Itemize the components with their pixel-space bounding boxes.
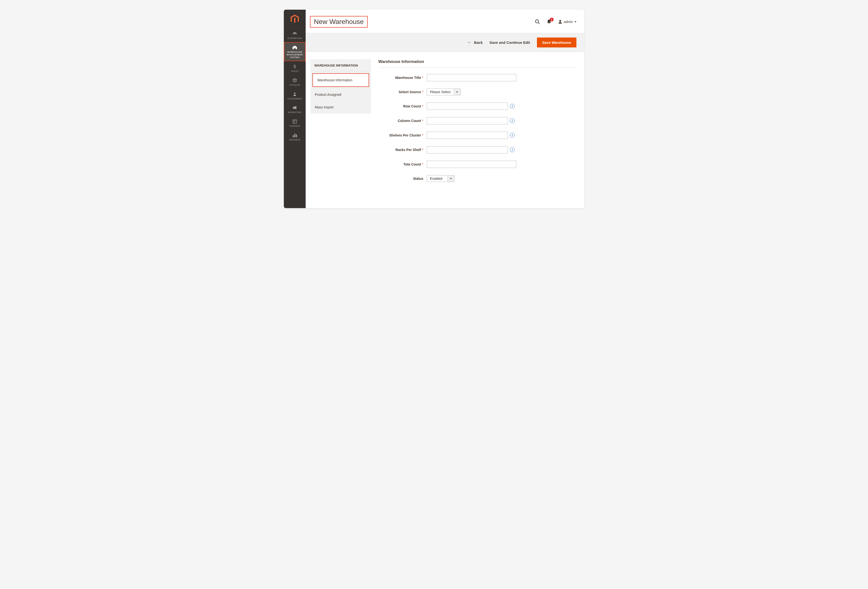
status-value: Enabled <box>427 175 447 182</box>
svg-rect-3 <box>293 120 297 124</box>
megaphone-icon <box>292 105 297 110</box>
nav-label: CUSTOMERS <box>288 97 302 100</box>
chevron-down-icon <box>447 175 454 182</box>
bar-chart-icon <box>292 133 297 138</box>
section-title: Warehouse Information <box>378 59 576 68</box>
info-icon[interactable]: i <box>510 118 515 123</box>
page-title: New Warehouse <box>310 16 368 28</box>
warehouse-title-label: Warehouse Title* <box>378 76 427 80</box>
shelves-per-cluster-label: Shelves Per Cluster* <box>378 133 427 137</box>
tote-count-label: Tote Count* <box>378 162 427 166</box>
select-source-label: Select Source* <box>378 90 427 94</box>
select-source-dropdown[interactable]: Please Select <box>427 88 461 95</box>
magento-logo[interactable] <box>287 13 302 27</box>
nav-label: WAREHOUSE MANAGEMENT SYSTEM <box>285 51 305 59</box>
person-icon <box>292 92 297 97</box>
svg-point-9 <box>536 20 539 23</box>
svg-point-2 <box>294 93 295 94</box>
search-icon <box>535 19 540 24</box>
column-count-input[interactable] <box>427 117 508 124</box>
admin-sidebar: DASHBOARD WAREHOUSE MANAGEMENT SYSTEM $ … <box>284 10 306 208</box>
warehouse-icon <box>292 45 297 50</box>
side-tabs: WAREHOUSE INFORMATION Warehouse Informat… <box>310 59 371 113</box>
gauge-icon <box>292 31 297 36</box>
notification-badge: 1 <box>550 18 554 22</box>
tote-count-input[interactable] <box>427 161 516 168</box>
chevron-down-icon <box>454 89 461 95</box>
field-select-source: Select Source* Please Select <box>378 88 576 95</box>
svg-line-10 <box>538 22 540 24</box>
back-button[interactable]: ← Back <box>467 40 483 45</box>
user-menu[interactable]: admin <box>558 20 576 24</box>
info-icon[interactable]: i <box>510 104 515 109</box>
warehouse-title-input[interactable] <box>427 74 516 81</box>
nav-label: MARKETING <box>288 111 301 114</box>
action-bar: ← Back Save and Continue Edit Save Wareh… <box>306 33 584 52</box>
side-tabs-header: WAREHOUSE INFORMATION <box>310 59 371 72</box>
save-warehouse-button[interactable]: Save Warehouse <box>537 37 577 47</box>
racks-per-shelf-input[interactable] <box>427 146 508 153</box>
nav-label: REPORTS <box>289 138 300 141</box>
row-count-input[interactable] <box>427 103 508 110</box>
field-column-count: Column Count* i <box>378 117 576 124</box>
info-icon[interactable]: i <box>510 147 515 152</box>
nav-label: CATALOG <box>289 84 300 86</box>
status-label: Status <box>378 177 427 181</box>
shelves-per-cluster-input[interactable] <box>427 132 508 139</box>
search-button[interactable] <box>535 19 540 24</box>
header-actions: 1 admin <box>535 19 576 24</box>
page-header: New Warehouse 1 admin <box>306 10 584 33</box>
info-icon[interactable]: i <box>510 133 515 138</box>
field-warehouse-title: Warehouse Title* <box>378 74 576 81</box>
select-source-value: Please Select <box>427 89 454 95</box>
save-continue-button[interactable]: Save and Continue Edit <box>489 40 530 44</box>
svg-rect-0 <box>294 48 295 49</box>
tab-warehouse-information[interactable]: Warehouse Information <box>312 73 369 87</box>
back-label: Back <box>474 40 483 44</box>
svg-point-11 <box>559 20 561 22</box>
field-racks-per-shelf: Racks Per Shelf* i <box>378 146 576 153</box>
column-count-label: Column Count* <box>378 119 427 123</box>
svg-rect-8 <box>296 134 297 137</box>
app-window: DASHBOARD WAREHOUSE MANAGEMENT SYSTEM $ … <box>284 10 584 208</box>
racks-per-shelf-label: Racks Per Shelf* <box>378 148 427 152</box>
nav-content[interactable]: CONTENT <box>284 116 306 130</box>
content: WAREHOUSE INFORMATION Warehouse Informat… <box>306 52 584 199</box>
layout-icon <box>292 119 297 124</box>
field-status: Status Enabled <box>378 175 576 182</box>
user-label: admin <box>564 20 573 24</box>
main-area: New Warehouse 1 admin ← Back <box>306 10 584 208</box>
nav-warehouse-management-system[interactable]: WAREHOUSE MANAGEMENT SYSTEM <box>284 42 306 61</box>
arrow-left-icon: ← <box>467 40 472 45</box>
field-row-count: Row Count* i <box>378 103 576 110</box>
row-count-label: Row Count* <box>378 104 427 108</box>
nav-dashboard[interactable]: DASHBOARD <box>284 28 306 42</box>
nav-marketing[interactable]: MARKETING <box>284 102 306 116</box>
form-area: Warehouse Information Warehouse Title* S… <box>378 59 576 189</box>
field-tote-count: Tote Count* <box>378 161 576 168</box>
notifications-button[interactable]: 1 <box>546 19 552 24</box>
user-icon <box>558 20 562 24</box>
nav-reports[interactable]: REPORTS <box>284 130 306 144</box>
svg-rect-6 <box>293 135 294 137</box>
svg-rect-7 <box>294 134 295 137</box>
nav-customers[interactable]: CUSTOMERS <box>284 89 306 103</box>
box-icon <box>292 78 297 83</box>
tab-mass-import[interactable]: Mass Import <box>310 101 371 113</box>
magento-logo-icon <box>291 15 299 24</box>
nav-label: CONTENT <box>289 125 300 128</box>
nav-label: SALES <box>291 70 299 72</box>
nav-sales[interactable]: $ SALES <box>284 61 306 75</box>
tab-product-assigned[interactable]: Product Assigned <box>310 88 371 101</box>
dollar-icon: $ <box>294 64 296 69</box>
svg-rect-1 <box>295 48 295 49</box>
nav-catalog[interactable]: CATALOG <box>284 75 306 89</box>
nav-label: DASHBOARD <box>288 37 302 40</box>
field-shelves-per-cluster: Shelves Per Cluster* i <box>378 132 576 139</box>
status-dropdown[interactable]: Enabled <box>427 175 454 182</box>
chevron-down-icon <box>574 21 576 22</box>
